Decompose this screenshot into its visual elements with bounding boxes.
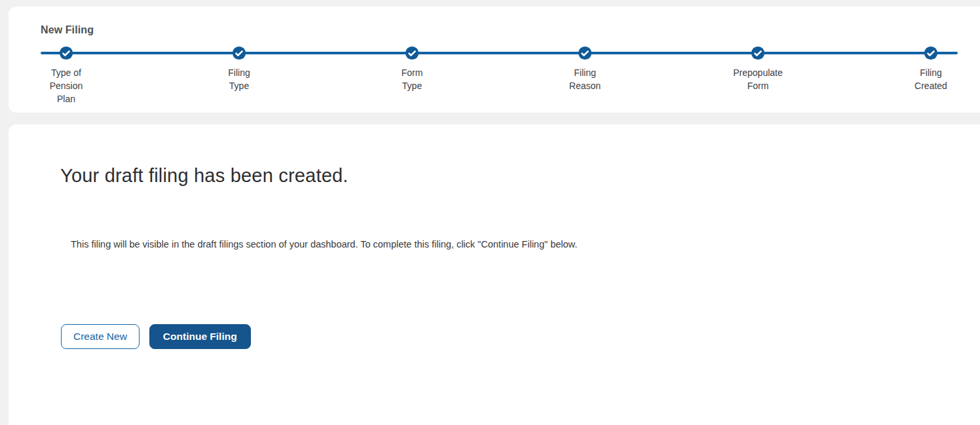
create-new-button[interactable]: Create New <box>61 324 140 349</box>
check-icon <box>59 46 73 60</box>
check-icon <box>405 46 419 60</box>
confirmation-card: Your draft filing has been created. This… <box>9 124 980 425</box>
step-filing-created: Filing Created <box>892 46 970 92</box>
stepper-card: New Filing Type of Pension Plan Filing T… <box>9 7 980 113</box>
step-label: Type of Pension Plan <box>27 66 105 105</box>
check-icon <box>578 46 592 60</box>
step-filing-reason: Filing Reason <box>546 46 624 92</box>
stepper-progress-line <box>41 52 958 54</box>
step-label: Filing Type <box>200 66 278 92</box>
confirmation-heading: Your draft filing has been created. <box>60 165 349 187</box>
page-title: New Filing <box>41 24 94 36</box>
check-icon <box>751 46 765 60</box>
action-button-row: Create New Continue Filing <box>61 324 251 349</box>
step-form-type: Form Type <box>373 46 451 92</box>
step-label: Form Type <box>373 66 451 92</box>
step-filing-type: Filing Type <box>200 46 278 92</box>
step-label: Filing Reason <box>546 66 624 92</box>
step-type-of-pension-plan: Type of Pension Plan <box>27 46 105 105</box>
continue-filing-button[interactable]: Continue Filing <box>149 324 251 349</box>
check-icon <box>924 46 938 60</box>
step-prepopulate-form: Prepopulate Form <box>719 46 797 92</box>
confirmation-description: This filing will be visible in the draft… <box>71 238 577 250</box>
step-label: Prepopulate Form <box>719 66 797 92</box>
step-label: Filing Created <box>892 66 970 92</box>
check-icon <box>232 46 246 60</box>
